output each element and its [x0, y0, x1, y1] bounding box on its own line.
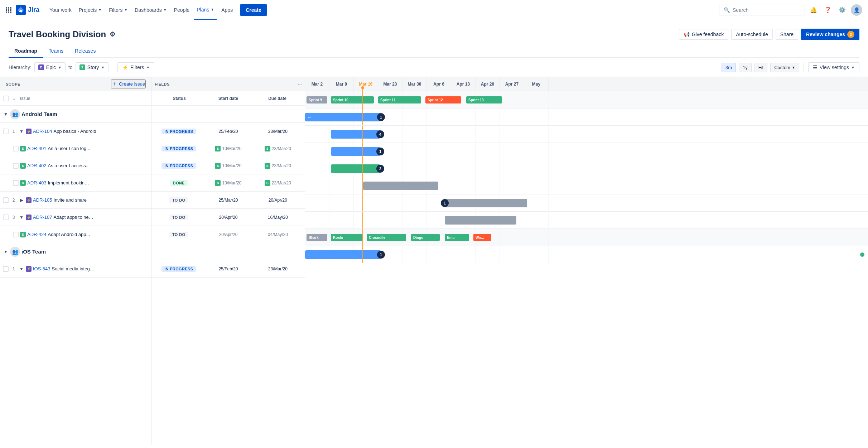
issue-id[interactable]: ADR-401 [27, 146, 46, 151]
group-android-team[interactable]: ▼ 👥 Android Team [0, 106, 151, 123]
issue-id[interactable]: ADR-402 [27, 163, 46, 168]
page-settings-icon[interactable]: ⚙ [110, 30, 115, 38]
filters-button[interactable]: ⚡ Filters ▼ [117, 62, 154, 72]
gantt-row-adr107: 1 [305, 194, 868, 212]
search-box[interactable]: 🔍 Search [719, 5, 805, 15]
issue-id[interactable]: IOS-543 [33, 266, 50, 271]
review-badge: 2 [847, 31, 854, 38]
issue-id[interactable]: ADR-105 [33, 197, 52, 203]
fields-row: DONE S 10/Mar/20 S 23/Mar/20 [152, 174, 305, 192]
chevron-down-icon[interactable]: ▼ [3, 112, 9, 117]
gantt-row-adr401: 4 [305, 126, 868, 143]
row-checkbox[interactable] [13, 232, 19, 237]
gantt-date-col: Apr 20 [476, 77, 500, 91]
chevron-down-icon[interactable]: ▼ [19, 266, 24, 271]
chevron-down-icon[interactable]: ▼ [19, 215, 24, 220]
group-ios-team[interactable]: ▼ 👥 iOS Team [0, 243, 151, 260]
issue-col-header: Issue [20, 96, 30, 101]
gantt-row-ios-sprints: Shark Koala Crocodile Dingo Emu [305, 229, 868, 246]
start-date: 25/Feb/20 [204, 266, 252, 271]
share-button[interactable]: Share [776, 29, 798, 40]
time-3m-button[interactable]: 3m [722, 63, 736, 72]
chevron-down-icon[interactable]: ▼ [19, 129, 24, 134]
tab-roadmap[interactable]: Roadmap [9, 44, 43, 58]
autoschedule-button[interactable]: Auto-schedule [731, 29, 773, 40]
story-icon: S [20, 163, 26, 169]
issue-id[interactable]: ADR-424 [27, 232, 46, 237]
more-options-icon[interactable]: ··· [298, 82, 302, 86]
row-checkbox[interactable] [13, 180, 19, 186]
status-badge: IN PROGRESS [161, 146, 196, 151]
row-checkbox[interactable] [3, 215, 9, 220]
nav-dashboards[interactable]: Dashboards ▼ [132, 0, 169, 20]
gantt-date-col: May [524, 77, 549, 91]
gantt-row-adr104: ← 1 [305, 109, 868, 126]
nav-people[interactable]: People [171, 0, 193, 20]
chevron-down-icon: ▼ [58, 66, 62, 69]
help-button[interactable]: ❓ [822, 4, 834, 16]
logo[interactable]: Jira [16, 5, 39, 15]
fields-row: IN PROGRESS S 10/Mar/20 S 23/Mar/20 [152, 157, 305, 174]
due-date: S 23/Mar/20 [254, 163, 302, 169]
issue-id[interactable]: ADR-104 [33, 129, 52, 134]
start-date: S 10/Mar/20 [204, 163, 252, 169]
issue-title: App basics - Android [53, 129, 96, 134]
nav-your-work[interactable]: Your work [47, 0, 74, 20]
row-checkbox[interactable] [3, 266, 9, 272]
chevron-right-icon[interactable]: ▶ [19, 198, 24, 203]
scope-header: SCOPE [6, 82, 20, 86]
avatar[interactable]: 👤 [851, 4, 862, 16]
epic-icon: E [38, 64, 44, 70]
chevron-down-icon: ▼ [124, 8, 127, 12]
sprint-s-icon: S [215, 146, 221, 151]
chevron-down-icon[interactable]: ▼ [3, 249, 9, 254]
create-issue-button[interactable]: ＋ Create issue [111, 80, 146, 88]
sprint-s-icon: S [265, 180, 270, 186]
status-badge: IN PROGRESS [161, 163, 196, 169]
row-checkbox[interactable] [3, 129, 9, 134]
due-date: S 23/Mar/20 [254, 146, 302, 151]
group-avatar: 👥 [10, 247, 20, 257]
time-fit-button[interactable]: Fit [754, 63, 767, 72]
issue-title: Implement booking... [48, 180, 91, 186]
due-date: S 23/Mar/20 [254, 180, 302, 186]
status-badge: TO DO [169, 232, 188, 237]
row-checkbox[interactable] [13, 146, 19, 151]
time-custom-container[interactable]: Custom ▼ [770, 63, 799, 72]
view-settings-button[interactable]: ☰ View settings ▼ [808, 62, 859, 72]
nav-projects[interactable]: Projects ▼ [76, 0, 105, 20]
top-nav: Jira Your work Projects ▼ Filters ▼ Dash… [0, 0, 868, 20]
row-checkbox[interactable] [3, 197, 9, 203]
issue-id[interactable]: ADR-403 [27, 180, 46, 186]
row-num: 2 [10, 198, 17, 203]
feedback-button[interactable]: 📢 Give feedback [679, 29, 729, 40]
nav-apps[interactable]: Apps [218, 0, 236, 20]
settings-button[interactable]: ⚙️ [836, 4, 848, 16]
issue-id[interactable]: ADR-107 [33, 215, 52, 220]
gantt-date-col: Apr 6 [427, 77, 451, 91]
review-changes-button[interactable]: Review changes 2 [801, 29, 859, 40]
page-title: Travel Booking Division ⚙ [9, 29, 115, 39]
create-button[interactable]: Create [240, 4, 267, 16]
chevron-down-icon: ▼ [98, 8, 102, 12]
issue-title: Social media integration [52, 266, 95, 271]
due-date-col-header: Due date [253, 96, 302, 101]
row-checkbox[interactable] [13, 163, 19, 169]
story-icon: S [20, 146, 26, 151]
nav-filters[interactable]: Filters ▼ [106, 0, 130, 20]
select-all-checkbox[interactable] [3, 96, 9, 101]
fields-panel: FIELDS ··· Status Start date Due date IN… [152, 77, 305, 445]
status-badge: TO DO [169, 215, 188, 220]
issue-title: Adapt apps to new pa... [53, 215, 96, 220]
epic-selector[interactable]: E Epic ▼ [34, 62, 66, 72]
tab-releases[interactable]: Releases [69, 44, 101, 57]
time-1y-button[interactable]: 1y [739, 63, 752, 72]
row-num: 3 [10, 215, 17, 220]
tab-teams[interactable]: Teams [43, 44, 69, 57]
app-grid-icon[interactable] [6, 7, 11, 13]
nav-plans[interactable]: Plans ▼ [194, 0, 217, 20]
list-item: S ADR-402 As a user I access... [0, 157, 151, 174]
story-selector[interactable]: S Story ▼ [76, 62, 109, 72]
notifications-button[interactable]: 🔔 [808, 4, 819, 16]
start-date: 25/Feb/20 [204, 129, 252, 134]
